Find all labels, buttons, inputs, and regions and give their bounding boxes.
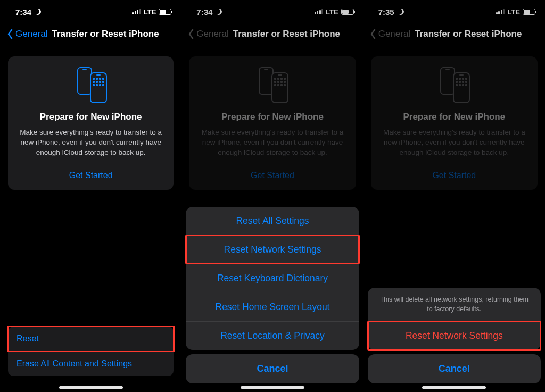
card-body: Make sure everything's ready to transfer…: [15, 128, 166, 158]
do-not-disturb-icon: [34, 8, 42, 15]
reset-action-sheet: Reset All Settings Reset Network Setting…: [186, 207, 359, 383]
cellular-signal-icon: [132, 9, 141, 14]
screen-1: 7:34 LTE General Transfer or Reset iPhon…: [0, 0, 181, 392]
reset-home-screen-layout-button[interactable]: Reset Home Screen Layout: [186, 293, 359, 321]
reset-location-privacy-button[interactable]: Reset Location & Privacy: [186, 321, 359, 350]
reset-all-settings-button[interactable]: Reset All Settings: [186, 207, 359, 235]
network-type: LTE: [144, 8, 156, 16]
reset-options-group: Reset All Settings Reset Network Setting…: [186, 207, 359, 350]
cancel-group: Cancel: [186, 354, 359, 383]
screen-2: 7:34 LTE General Transfer or Reset iPhon…: [181, 0, 363, 392]
get-started-button[interactable]: Get Started: [69, 171, 113, 180]
transfer-iphone-icon: [15, 67, 166, 104]
card-heading: Prepare for New iPhone: [15, 112, 166, 122]
status-time: 7:34: [15, 7, 31, 16]
chevron-left-icon: [7, 29, 13, 39]
battery-icon: [159, 9, 171, 15]
screen-3: 7:35 LTE General Transfer or Reset iPhon…: [364, 0, 545, 392]
page-title: Transfer or Reset iPhone: [52, 29, 159, 39]
status-bar: 7:34 LTE: [1, 0, 181, 23]
erase-all-row[interactable]: Erase All Content and Settings: [8, 351, 174, 376]
reset-row[interactable]: Reset: [8, 327, 174, 351]
confirm-reset-network-button[interactable]: Reset Network Settings: [368, 321, 541, 350]
back-button[interactable]: General: [5, 29, 49, 39]
reset-keyboard-dictionary-button[interactable]: Reset Keyboard Dictionary: [186, 264, 359, 293]
cancel-button[interactable]: Cancel: [186, 354, 359, 383]
home-indicator[interactable]: [59, 386, 123, 389]
cancel-group: Cancel: [368, 354, 541, 383]
nav-bar: General Transfer or Reset iPhone: [1, 23, 181, 45]
cancel-button[interactable]: Cancel: [368, 354, 541, 383]
home-indicator[interactable]: [241, 386, 304, 389]
confirm-message: This will delete all network settings, r…: [368, 288, 541, 321]
confirm-action-sheet: This will delete all network settings, r…: [368, 288, 541, 383]
reset-network-settings-button[interactable]: Reset Network Settings: [186, 235, 359, 264]
reset-options-list: Reset Erase All Content and Settings: [8, 327, 174, 376]
home-indicator[interactable]: [422, 386, 486, 389]
back-label: General: [15, 29, 47, 39]
confirm-group: This will delete all network settings, r…: [368, 288, 541, 350]
prepare-card: Prepare for New iPhone Make sure everyth…: [8, 56, 174, 190]
